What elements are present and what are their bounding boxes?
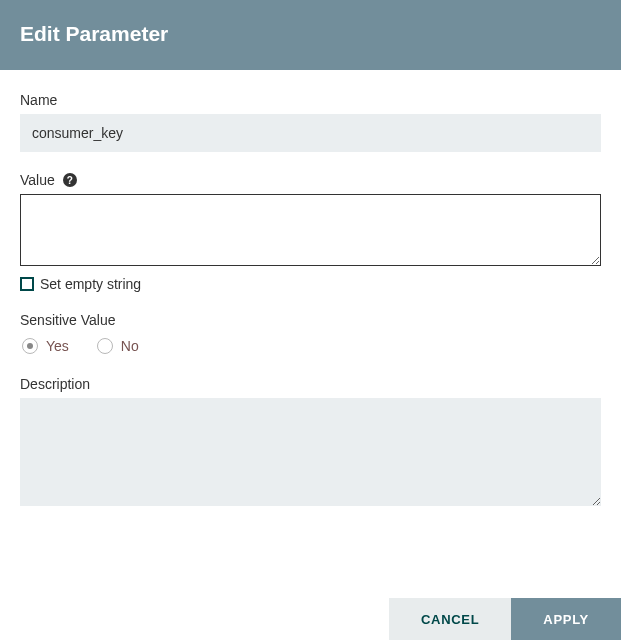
description-field: Description (20, 376, 601, 510)
sensitive-field: Sensitive Value Yes No (20, 312, 601, 354)
set-empty-label: Set empty string (40, 276, 141, 292)
dialog-footer: CANCEL APPLY (389, 598, 621, 640)
value-label-row: Value ? (20, 172, 601, 188)
cancel-button[interactable]: CANCEL (389, 598, 511, 640)
radio-icon (22, 338, 38, 354)
name-label: Name (20, 92, 601, 108)
apply-button[interactable]: APPLY (511, 598, 621, 640)
radio-no-label: No (121, 338, 139, 354)
sensitive-label: Sensitive Value (20, 312, 601, 328)
dialog-header: Edit Parameter (0, 0, 621, 70)
sensitive-radio-yes[interactable]: Yes (22, 338, 69, 354)
name-input[interactable] (20, 114, 601, 152)
value-field: Value ? Set empty string (20, 172, 601, 292)
set-empty-checkbox[interactable] (20, 277, 34, 291)
description-textarea[interactable] (20, 398, 601, 506)
sensitive-radio-group: Yes No (20, 338, 601, 354)
value-label: Value (20, 172, 55, 188)
radio-yes-label: Yes (46, 338, 69, 354)
help-icon[interactable]: ? (63, 173, 77, 187)
dialog-body: Name Value ? Set empty string Sensitive … (0, 70, 621, 550)
dialog-title: Edit Parameter (20, 22, 601, 46)
description-label: Description (20, 376, 601, 392)
radio-icon (97, 338, 113, 354)
sensitive-radio-no[interactable]: No (97, 338, 139, 354)
set-empty-row: Set empty string (20, 276, 601, 292)
value-textarea[interactable] (20, 194, 601, 266)
name-field: Name (20, 92, 601, 152)
